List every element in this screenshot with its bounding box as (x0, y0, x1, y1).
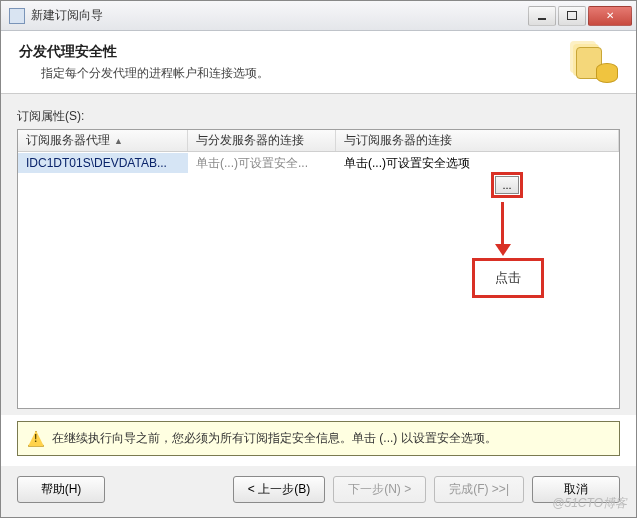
warning-panel: 在继续执行向导之前，您必须为所有订阅指定安全信息。单击 (...) 以设置安全选… (17, 421, 620, 456)
highlight-ellipsis: ... (491, 172, 523, 198)
page-title: 分发代理安全性 (19, 43, 570, 61)
window-title: 新建订阅向导 (31, 7, 526, 24)
close-button[interactable] (588, 6, 632, 26)
security-options-button[interactable]: ... (495, 176, 519, 194)
page-subtitle: 指定每个分发代理的进程帐户和连接选项。 (19, 65, 570, 82)
wizard-window: 新建订阅向导 分发代理安全性 指定每个分发代理的进程帐户和连接选项。 订阅属性(… (0, 0, 637, 518)
arrow-icon (501, 202, 504, 246)
callout-label: 点击 (472, 258, 544, 298)
cell-subscriber-conn: 单击(...)可设置安全选项 (336, 152, 619, 175)
back-button[interactable]: < 上一步(B) (233, 476, 325, 503)
table-row[interactable]: IDC1DT01S\DEVDATAB... 单击(...)可设置安全... 单击… (18, 152, 619, 174)
column-agent[interactable]: 订阅服务器代理▲ (18, 130, 188, 151)
properties-label: 订阅属性(S): (17, 108, 620, 125)
titlebar[interactable]: 新建订阅向导 (1, 1, 636, 31)
grid-header: 订阅服务器代理▲ 与分发服务器的连接 与订阅服务器的连接 (18, 130, 619, 152)
wizard-icon (570, 43, 618, 83)
header-panel: 分发代理安全性 指定每个分发代理的进程帐户和连接选项。 (1, 31, 636, 94)
cancel-button[interactable]: 取消 (532, 476, 620, 503)
sort-asc-icon: ▲ (114, 136, 123, 146)
minimize-button[interactable] (528, 6, 556, 26)
help-button[interactable]: 帮助(H) (17, 476, 105, 503)
warning-text: 在继续执行向导之前，您必须为所有订阅指定安全信息。单击 (...) 以设置安全选… (52, 430, 497, 447)
button-bar: 帮助(H) < 上一步(B) 下一步(N) > 完成(F) >>| 取消 (1, 466, 636, 517)
finish-button: 完成(F) >>| (434, 476, 524, 503)
cell-agent: IDC1DT01S\DEVDATAB... (18, 153, 188, 173)
maximize-button[interactable] (558, 6, 586, 26)
column-subscriber-conn[interactable]: 与订阅服务器的连接 (336, 130, 619, 151)
warning-icon (28, 431, 44, 447)
cell-distributor-conn: 单击(...)可设置安全... (188, 152, 336, 175)
window-controls (526, 6, 632, 26)
app-icon (9, 8, 25, 24)
subscription-grid: 订阅服务器代理▲ 与分发服务器的连接 与订阅服务器的连接 IDC1DT01S\D… (17, 129, 620, 409)
column-distributor-conn[interactable]: 与分发服务器的连接 (188, 130, 336, 151)
next-button: 下一步(N) > (333, 476, 426, 503)
main-content: 订阅属性(S): 订阅服务器代理▲ 与分发服务器的连接 与订阅服务器的连接 ID… (1, 94, 636, 415)
